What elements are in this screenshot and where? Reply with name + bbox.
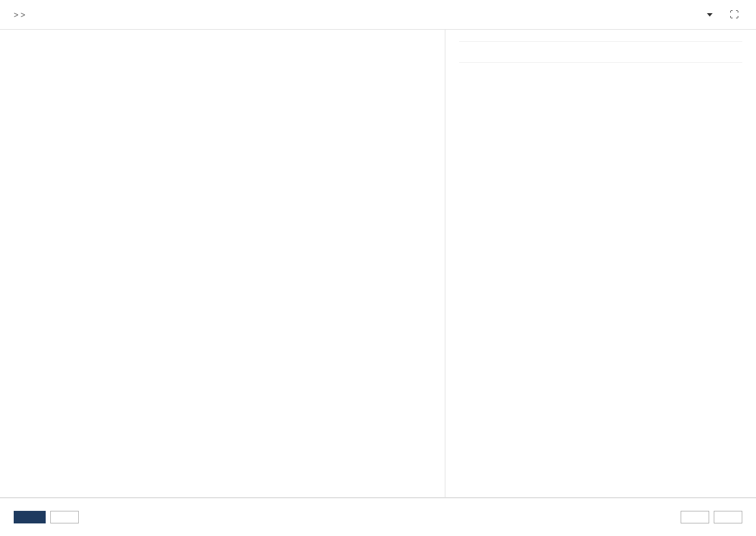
save-button[interactable] (14, 511, 46, 523)
code-editor-panel[interactable] (0, 30, 445, 497)
main-content (0, 30, 756, 497)
advanced-section-title (459, 72, 742, 77)
discard-button[interactable] (50, 511, 79, 523)
expand-button[interactable]: ⛶ (730, 10, 742, 20)
footer-right (681, 511, 742, 523)
chevron-down-icon (707, 13, 713, 17)
footer-left (14, 511, 79, 523)
footer (0, 497, 756, 536)
calculate-effective-policy-button[interactable] (714, 511, 742, 523)
hide-snippets-button[interactable] (707, 13, 716, 17)
expand-icon: ⛶ (730, 10, 739, 20)
breadcrumb-sep1: > (14, 10, 21, 19)
top-bar-actions: ⛶ (707, 10, 742, 20)
breadcrumb-sep2: > (21, 10, 25, 19)
access-section-title (459, 51, 742, 55)
top-bar: > > ⛶ (0, 0, 756, 30)
reset-to-default-button[interactable] (681, 511, 709, 523)
right-panel (445, 30, 756, 497)
breadcrumb: > > (14, 10, 25, 19)
